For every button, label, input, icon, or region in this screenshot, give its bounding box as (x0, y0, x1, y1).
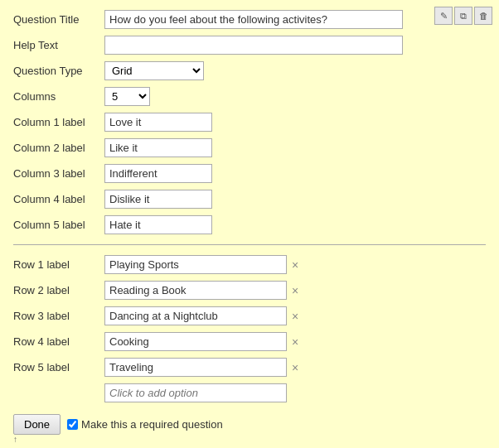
divider (13, 244, 486, 245)
columns-label: Columns (8, 84, 99, 109)
col4-row: Column 4 label (8, 186, 491, 212)
required-label-text[interactable]: Make this a required question (81, 418, 223, 431)
form-container: ✎ ⧉ 🗑 Question Title Help Text Question … (0, 0, 499, 448)
col5-row: Column 5 label (8, 212, 491, 238)
col3-input[interactable] (104, 164, 212, 183)
col2-label: Column 2 label (8, 135, 99, 161)
row5-row: Row 5 label × (8, 354, 491, 380)
row1-input[interactable] (104, 255, 287, 274)
row3-input[interactable] (104, 306, 287, 325)
row4-label: Row 4 label (8, 329, 99, 354)
add-option-input[interactable] (104, 383, 287, 402)
col2-input[interactable] (104, 138, 212, 157)
question-type-row: Question Type Grid Multiple Choice Check… (8, 58, 491, 84)
row1-label: Row 1 label (8, 252, 99, 277)
question-title-input[interactable] (104, 10, 403, 29)
question-type-select[interactable]: Grid Multiple Choice Checkboxes Short An… (104, 61, 204, 80)
col4-input[interactable] (104, 190, 212, 209)
col3-row: Column 3 label (8, 161, 491, 186)
row3-wrap: × (104, 306, 486, 325)
row1-delete-button[interactable]: × (290, 259, 300, 271)
add-option-row (8, 380, 491, 406)
footer: Done Make this a required question (8, 414, 491, 435)
row5-input[interactable] (104, 358, 287, 377)
cursor-hint: ↑ (8, 435, 491, 444)
col1-input[interactable] (104, 113, 212, 132)
col5-input[interactable] (104, 215, 212, 234)
divider-row (8, 238, 491, 252)
columns-row: Columns 1234 5678 (8, 84, 491, 109)
row2-input[interactable] (104, 281, 287, 300)
row2-label: Row 2 label (8, 277, 99, 303)
help-text-row: Help Text (8, 32, 491, 58)
row3-label: Row 3 label (8, 303, 99, 329)
row1-row: Row 1 label × (8, 252, 491, 277)
row4-wrap: × (104, 332, 486, 351)
done-button[interactable]: Done (13, 414, 61, 435)
row5-wrap: × (104, 358, 486, 377)
row1-wrap: × (104, 255, 486, 274)
row2-row: Row 2 label × (8, 277, 491, 303)
row3-delete-button[interactable]: × (290, 311, 300, 322)
col1-row: Column 1 label (8, 109, 491, 135)
col1-label: Column 1 label (8, 109, 99, 135)
form-table: Question Title Help Text Question Type G… (8, 7, 491, 406)
question-title-label: Question Title (8, 7, 99, 32)
row5-delete-button[interactable]: × (290, 362, 300, 373)
columns-select[interactable]: 1234 5678 (104, 87, 150, 106)
col2-row: Column 2 label (8, 135, 491, 161)
required-checkbox[interactable] (67, 419, 78, 430)
row4-input[interactable] (104, 332, 287, 351)
row5-label: Row 5 label (8, 354, 99, 380)
row2-wrap: × (104, 281, 486, 300)
row4-row: Row 4 label × (8, 329, 491, 354)
row4-delete-button[interactable]: × (290, 336, 300, 348)
row3-row: Row 3 label × (8, 303, 491, 329)
col3-label: Column 3 label (8, 161, 99, 186)
col4-label: Column 4 label (8, 186, 99, 212)
question-type-label: Question Type (8, 58, 99, 84)
question-title-row: Question Title (8, 7, 491, 32)
col5-label: Column 5 label (8, 212, 99, 238)
row2-delete-button[interactable]: × (290, 285, 300, 296)
help-text-label: Help Text (8, 32, 99, 58)
help-text-input[interactable] (104, 36, 403, 55)
required-wrap: Make this a required question (67, 418, 223, 431)
